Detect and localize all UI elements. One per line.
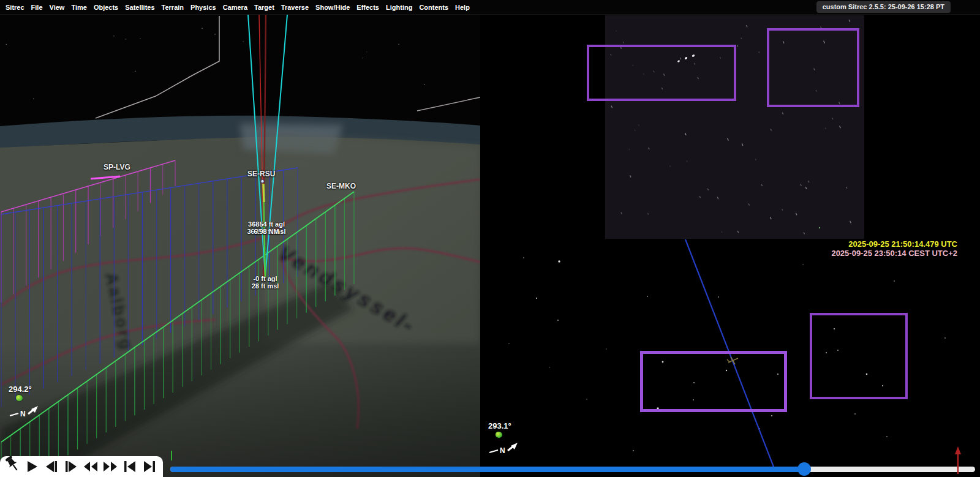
jump-start-button[interactable] xyxy=(121,458,138,475)
target-altitude-label: 36854 ft agl 36858 ft msl 6.98 NM xyxy=(235,220,298,235)
menu-item-satellites[interactable]: Satellites xyxy=(125,4,154,11)
playback-toolbar xyxy=(0,456,163,477)
menu-item-terrain[interactable]: Terrain xyxy=(162,4,184,11)
menu-item-physics[interactable]: Physics xyxy=(190,4,216,11)
timeline-thumb[interactable] xyxy=(797,462,811,476)
menu-item-target[interactable]: Target xyxy=(254,4,274,11)
event-marker-icon xyxy=(954,446,962,475)
menu-item-objects[interactable]: Objects xyxy=(94,4,118,11)
pin-button[interactable] xyxy=(2,454,22,475)
version-badge: custom Sitrec 2.5.5: 25-09-26 15:28 PT xyxy=(816,1,951,13)
menu-item-contents[interactable]: Contents xyxy=(419,4,448,11)
map-3d-viewport[interactable]: Aalborg Vendsyssel- SP-LVG SE-RSU SE-MKO xyxy=(0,15,480,477)
menu-item-help[interactable]: Help xyxy=(455,4,470,11)
annotation-box-3 xyxy=(640,351,787,412)
annotation-box-2 xyxy=(767,28,859,107)
menu-item-effects[interactable]: Effects xyxy=(356,4,379,11)
target-aircraft-marker xyxy=(261,179,264,182)
track-label-se-mko: SE-MKO xyxy=(326,182,356,190)
track-label-se-rsu: SE-RSU xyxy=(247,170,275,178)
menu-item-file[interactable]: File xyxy=(31,4,43,11)
ground-msl: 28 ft msl xyxy=(242,282,288,290)
compass-heading: 294.2° xyxy=(9,385,40,394)
menu-item-time[interactable]: Time xyxy=(71,4,86,11)
range-nm-overlay: 6.98 NM xyxy=(235,228,298,235)
timeline-slider[interactable] xyxy=(170,464,975,475)
track-label-sp-lvg: SP-LVG xyxy=(104,163,130,171)
menu-item-sitrec[interactable]: Sitrec xyxy=(6,4,24,11)
ground-agl: -0 ft agl xyxy=(242,275,288,282)
timeline-progress xyxy=(170,467,804,472)
coastline-right xyxy=(417,97,480,111)
menu-item-traverse[interactable]: Traverse xyxy=(281,4,309,11)
rewind-button[interactable] xyxy=(82,458,99,475)
frame-forward-button[interactable] xyxy=(62,458,80,475)
jump-end-button[interactable] xyxy=(141,458,158,475)
sitrec-app: Sitrec File View Time Objects Satellites… xyxy=(0,0,980,477)
camera-position-marker xyxy=(16,395,23,401)
map-3d-scene: Aalborg Vendsyssel- xyxy=(0,15,480,477)
annotation-box-1 xyxy=(587,45,736,101)
menu-item-view[interactable]: View xyxy=(50,4,65,11)
compass-left: 294.2° N xyxy=(9,385,40,421)
frame-back-button[interactable] xyxy=(43,458,60,475)
annotation-box-4 xyxy=(810,313,908,399)
altitude-agl: 36854 ft agl xyxy=(235,220,298,228)
north-arrow-icon: N xyxy=(488,441,520,456)
sky-viewport[interactable]: 2025-09-25 21:50:14.479 UTC 2025-09-25 2… xyxy=(480,15,980,477)
menu-item-camera[interactable]: Camera xyxy=(223,4,247,11)
camera-position-marker xyxy=(496,432,502,438)
timestamp-utc: 2025-09-25 21:50:14.479 UTC xyxy=(848,239,957,249)
svg-text:N: N xyxy=(20,410,26,418)
coastline xyxy=(96,16,219,118)
keyframe-marker xyxy=(171,451,172,460)
menu-item-lighting[interactable]: Lighting xyxy=(386,4,412,11)
ground-altitude-label: -0 ft agl 28 ft msl xyxy=(242,275,288,290)
compass-right: 293.1° N xyxy=(488,421,520,458)
svg-text:N: N xyxy=(500,446,505,455)
north-arrow-icon: N xyxy=(9,404,40,419)
play-button[interactable] xyxy=(23,458,40,475)
compass-heading: 293.1° xyxy=(488,421,520,430)
timestamp-local: 2025-09-25 23:50:14 CEST UTC+2 xyxy=(831,249,957,258)
fast-forward-button[interactable] xyxy=(102,458,119,475)
menu-item-show-hide[interactable]: Show/Hide xyxy=(315,4,350,11)
